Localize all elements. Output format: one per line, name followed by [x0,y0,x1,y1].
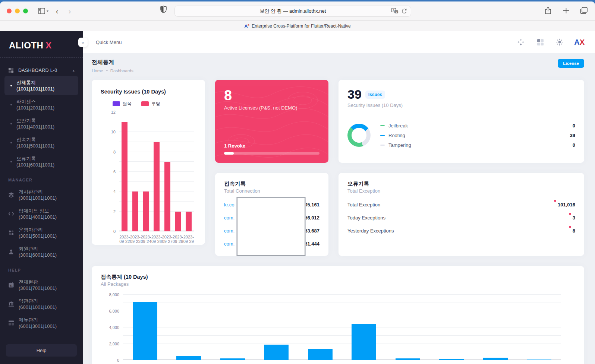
legend-row-rooting: Rooting 39 [380,130,575,140]
active-licenses-value: 8 [224,88,319,104]
legend-label: Rooting [388,133,405,138]
share-icon[interactable] [543,5,553,16]
sidebar-item-label: 접속기록 (1001|5001|1001) [16,136,75,149]
new-tab-icon[interactable] [561,5,571,16]
svg-text:31: 31 [10,284,13,287]
zoom-window-button[interactable] [23,9,28,13]
back-button[interactable]: ‹ [51,7,63,16]
minimize-window-button[interactable] [15,9,20,13]
legend-dash-icon [380,135,385,136]
top-header: Quick Menu AX [83,31,595,53]
person-icon [8,249,14,255]
chart-title: Security Issues (10 Days) [101,89,194,95]
connection-log-card: 접속기록 Total Connection kr.co 205,161 com.… [215,173,328,256]
legend-label: Jeilbreak [388,123,408,129]
section-title: MANAGER [4,171,78,185]
bar [439,359,464,360]
card-title: 오류기록 [347,180,575,187]
x-axis-labels: 2023-09-222023-09-232023-09-242023-09-26… [119,235,194,244]
sidebar-item-operator-admin[interactable]: 운영자관리 (3001|5001|1001) [4,223,78,242]
breadcrumb-current: Dashboards [110,69,133,73]
legend-value: 0 [573,123,575,129]
security-issues-card: 39 Issues Security Issues (10 Days) Jeil… [339,80,584,163]
code-icon [8,211,14,217]
y-tick-label: 6 [113,170,116,174]
y-tick-label: 4,000 [109,325,119,330]
sidebar-collapse-button[interactable]: « [78,38,88,47]
legend-item-jailbreak[interactable]: 탈옥 [113,101,132,107]
sidebar-item-overall-stats[interactable]: 전체통계 (1001|1001|1001) [4,76,78,95]
card-subtitle: Total Connection [224,188,319,194]
page-title: 전체통계 [92,59,133,66]
reload-icon[interactable] [402,8,407,15]
x-tick-label: 2023-09-28 [173,235,183,244]
breadcrumb-separator [106,70,108,71]
help-button[interactable]: Help [6,344,77,357]
x-tick-label: 2023-09-27 [162,235,173,244]
quick-menu[interactable]: Quick Menu [96,39,122,45]
apps-grid-icon[interactable] [535,37,545,47]
breadcrumb: Home Dashboards [92,69,133,73]
package-link[interactable]: com. [224,228,234,234]
issues-value: 39 [347,87,362,102]
license-button[interactable]: License [558,59,584,68]
y-tick-label: 8,000 [109,292,119,297]
chart-subtitle: All Packages [101,281,561,287]
sidebar-item-label: 전체통계 (1001|1001|1001) [16,79,75,92]
page-content: 전체통계 Home Dashboards License [83,53,595,364]
sidebar-toggle-icon[interactable] [36,6,47,16]
bar-slot [386,295,430,360]
package-link[interactable]: com. [224,215,234,221]
exception-label: Yesterday Exceptions [347,228,394,234]
y-tick-label: 2 [113,209,116,214]
chart-title: 접속통계 (10 Days) [101,273,561,281]
theme-sun-icon[interactable] [555,37,564,47]
sidebar-item-update-info[interactable]: 업데이트 정보 (3001|4001|1001) [4,204,78,223]
sidebar-item-connection-log[interactable]: 접속기록 (1001|5001|1001) [4,133,78,152]
y-tick-label: 0 [113,229,116,234]
bar [527,360,551,360]
bar [264,345,289,360]
sidebar-item-label: 약관관리 (6001|1001|1001) [19,298,75,310]
squares-grid-icon [8,67,14,73]
close-window-button[interactable] [7,9,12,13]
brand-logo[interactable]: AX [574,38,585,47]
forward-button[interactable]: › [63,7,76,16]
translate-icon[interactable]: A잦 [391,8,399,15]
legend-dash-icon [380,145,385,146]
legend-item-rooting[interactable]: 루팅 [141,101,160,107]
bookmark-item[interactable]: Enterprise Cross-Platform for Flutter/Re… [252,23,350,29]
tab-overview-icon[interactable] [579,5,589,16]
sidebar-chevron-icon[interactable]: ▾ [47,9,48,13]
bar-chart: 02,0004,0006,0008,000 [123,295,561,360]
legend-row-jeilbreak: Jeilbreak 0 [380,121,575,130]
breadcrumb-home[interactable]: Home [92,69,103,73]
sidebar-item-label: 운영자관리 (3001|5001|1001) [19,227,75,239]
exception-row: Today Exceptions 3 [347,211,575,224]
svg-text:A: A [393,9,394,12]
sidebar-item-overall-status[interactable]: 31 전체현황 (3001|7001|1001) [4,275,78,294]
bar [143,192,149,231]
exception-count: 101,016 [558,202,575,208]
bullet-icon [10,161,12,162]
sidebar-item-license[interactable]: 라이센스 (1001|2001|1001) [4,95,78,114]
issues-subtitle: Security Issues (10 Days) [347,102,575,108]
address-bar[interactable]: 보안 안 됨 — admin.aliothx.net A잦 [174,6,411,17]
sidebar-item-menu-admin[interactable]: 메뉴관리 (6001|3001|1001) [4,313,78,332]
bar [164,162,170,231]
connection-stats-chart-card: 접속통계 (10 Days) All Packages 02,0004,0006… [92,266,584,364]
package-link[interactable]: com. [224,241,234,247]
address-bar-text: 보안 안 됨 — admin.aliothx.net [260,8,326,15]
app-logo[interactable]: ALIOTHX [0,31,83,57]
sidebar-item-terms-admin[interactable]: 약관관리 (6001|1001|1001) [4,294,78,313]
sidebar-item-dashboard[interactable]: DASHBOARD L-0 ▴ [4,64,78,76]
diamonds-icon[interactable] [516,37,526,47]
sidebar-item-error-log[interactable]: 오류기록 (1001|6001|1001) [4,152,78,171]
sidebar-item-security-log[interactable]: 보안기록 (1001|4001|1001) [4,114,78,133]
sidebar-item-member-admin[interactable]: 회원관리 (3001|6001|1001) [4,242,78,261]
package-link[interactable]: kr.co [224,202,234,208]
privacy-shield-icon[interactable] [160,6,167,15]
sidebar-item-board-admin[interactable]: 게시판관리 (3001|1001|1001) [4,185,78,204]
bar-slot [123,295,167,360]
bank-icon [8,301,14,307]
